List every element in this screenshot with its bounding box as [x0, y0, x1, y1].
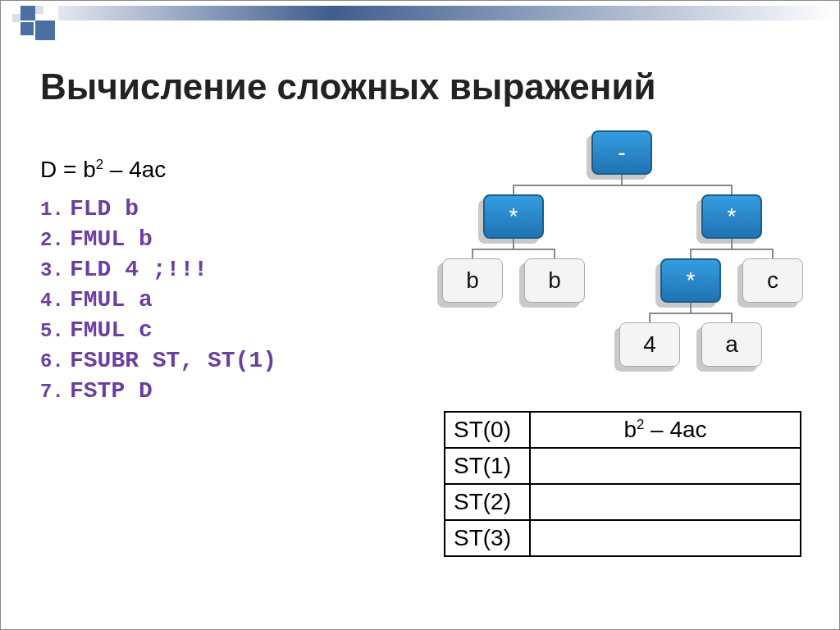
- stack-value: b2 – 4ac: [530, 412, 801, 448]
- slide-title: Вычисление сложных выражений: [40, 66, 656, 107]
- tree-node-mul-inner: *: [660, 258, 721, 303]
- slide: Вычисление сложных выражений D = b2 – 4a…: [0, 0, 840, 630]
- stack-value: [530, 520, 801, 556]
- stack-label: ST(3): [445, 520, 530, 556]
- tree-node-mul-right: *: [701, 194, 762, 239]
- table-row: ST(0) b2 – 4ac: [445, 412, 801, 448]
- stack-value: [530, 448, 801, 484]
- stack-label: ST(0): [445, 412, 530, 448]
- code-line: FLD 4 ;!!!: [40, 255, 426, 282]
- stack-label: ST(1): [445, 448, 530, 484]
- code-line: FMUL c: [40, 316, 426, 343]
- header-gradient: [58, 6, 839, 21]
- code-line: FMUL a: [40, 285, 426, 313]
- code-line: FSUBR ST, ST(1): [40, 346, 426, 373]
- tree-node-b1: b: [442, 258, 503, 303]
- table-row: ST(1): [445, 448, 801, 484]
- table-row: ST(2): [445, 484, 801, 520]
- formula: D = b2 – 4ac: [40, 157, 426, 183]
- stack-value-inner: b2 – 4ac: [623, 417, 706, 442]
- stack-label: ST(2): [445, 484, 530, 520]
- stack-table: ST(0) b2 – 4ac ST(1) ST(2) ST(3): [444, 411, 801, 557]
- expression-tree: - * * b b * c 4 a: [444, 122, 821, 393]
- formula-rest: – 4ac: [103, 157, 166, 182]
- code-line: FMUL b: [40, 225, 426, 252]
- code-list: FLD b FMUL b FLD 4 ;!!! FMUL a FMUL c FS…: [40, 194, 426, 404]
- table-row: ST(3): [445, 520, 801, 556]
- formula-sup: 2: [96, 157, 103, 172]
- tree-node-a: a: [701, 322, 762, 367]
- stack-value: [530, 484, 801, 520]
- code-line: FLD b: [40, 194, 426, 221]
- corner-decoration: [6, 6, 57, 37]
- tree-node-4: 4: [619, 322, 680, 367]
- tree-node-c: c: [742, 258, 803, 303]
- tree-node-root: -: [591, 130, 652, 175]
- code-line: FSTP D: [40, 377, 426, 404]
- left-column: D = b2 – 4ac FLD b FMUL b FLD 4 ;!!! FMU…: [40, 157, 426, 407]
- tree-node-mul-left: *: [483, 194, 544, 239]
- tree-node-b2: b: [524, 258, 585, 303]
- formula-prefix: D = b: [40, 157, 96, 182]
